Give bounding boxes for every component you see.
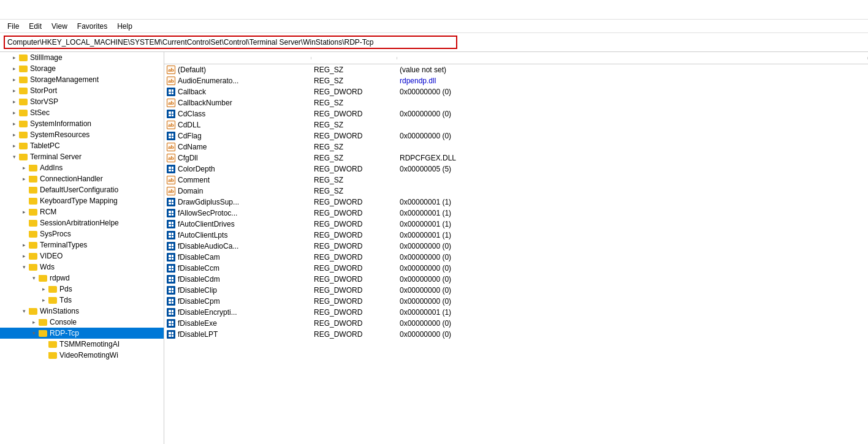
expand-arrow[interactable]: ▸ <box>10 110 18 116</box>
expand-arrow[interactable]: ▸ <box>10 55 18 61</box>
expand-arrow[interactable]: ▸ <box>20 165 28 171</box>
tree-item-kbdmapping[interactable]: KeyboardType Mapping <box>0 195 164 206</box>
expand-arrow[interactable]: ▸ <box>10 99 18 105</box>
tree-item-sysres[interactable]: ▸SystemResources <box>0 129 164 140</box>
tree-item-sessionarb[interactable]: SessionArbitrationHelpe <box>0 217 164 228</box>
expand-arrow[interactable]: ▾ <box>10 154 18 160</box>
expand-arrow[interactable]: ▾ <box>20 264 28 270</box>
value-row[interactable]: fAllowSecProtoc...REG_DWORD0x00000001 (1… <box>164 208 868 219</box>
menu-item-file[interactable]: File <box>2 21 24 32</box>
folder-shape <box>19 121 28 127</box>
value-row[interactable]: ColorDepthREG_DWORD0x00000005 (5) <box>164 164 868 175</box>
expand-arrow[interactable]: ▸ <box>10 66 18 72</box>
menu-item-view[interactable]: View <box>47 21 72 32</box>
expand-arrow[interactable]: ▸ <box>29 319 38 325</box>
value-row[interactable]: abCommentREG_SZ <box>164 175 868 186</box>
tree-item-winstations[interactable]: ▾WinStations <box>0 306 164 317</box>
expand-arrow[interactable]: ▸ <box>20 242 28 248</box>
expand-arrow[interactable]: ▸ <box>39 297 48 303</box>
tree-item-storage[interactable]: ▸Storage <box>0 63 164 74</box>
value-row[interactable]: fDisableCpmREG_DWORD0x00000000 (0) <box>164 296 868 307</box>
tree-item-video[interactable]: ▸VIDEO <box>0 250 164 262</box>
value-name: fAllowSecProtoc... <box>178 209 237 217</box>
tree-item-label: VIDEO <box>40 252 63 260</box>
value-row[interactable]: abCdDLLREG_SZ <box>164 119 868 130</box>
expand-arrow[interactable]: ▸ <box>20 176 28 182</box>
value-row[interactable]: abDomainREG_SZ <box>164 186 868 197</box>
tree-item-pds[interactable]: ▸Pds <box>0 284 164 295</box>
sz-icon: ab <box>167 99 175 107</box>
expand-arrow[interactable]: ▾ <box>29 275 38 281</box>
tree-item-storagemgmt[interactable]: ▸StorageManagement <box>0 74 164 85</box>
value-type: REG_DWORD <box>311 274 397 284</box>
tree-item-label: WinStations <box>40 307 79 315</box>
tree-item-console[interactable]: ▸Console <box>0 317 164 328</box>
expand-arrow[interactable]: ▸ <box>10 88 18 94</box>
tree-item-stsec[interactable]: ▸StSec <box>0 107 164 118</box>
folder-shape <box>48 297 57 304</box>
tree-item-rcm[interactable]: ▸RCM <box>0 206 164 217</box>
tree-item-tds[interactable]: ▸Tds <box>0 295 164 306</box>
value-row[interactable]: abCdNameREG_SZ <box>164 141 868 152</box>
expand-arrow[interactable]: ▸ <box>10 143 18 149</box>
value-row[interactable]: fDisableAudioCa...REG_DWORD0x00000000 (0… <box>164 241 868 252</box>
value-row[interactable]: fDisableLPTREG_DWORD0x00000000 (0) <box>164 329 868 340</box>
tree-item-stillimage[interactable]: ▸StillImage <box>0 52 164 63</box>
tree-item-connhandler[interactable]: ▸ConnectionHandler <box>0 173 164 184</box>
menu-item-favorites[interactable]: Favorites <box>72 21 112 32</box>
menu-item-help[interactable]: Help <box>112 21 137 32</box>
tree-item-termserver[interactable]: ▾Terminal Server <box>0 151 164 162</box>
value-row[interactable]: CallbackREG_DWORD0x00000000 (0) <box>164 86 868 97</box>
expand-arrow[interactable]: ▸ <box>10 121 18 127</box>
value-row[interactable]: CdClassREG_DWORD0x00000000 (0) <box>164 108 868 119</box>
tree-item-addins[interactable]: ▸AddIns <box>0 162 164 173</box>
dword-icon <box>167 209 175 217</box>
value-name-cell: fAllowSecProtoc... <box>164 208 311 218</box>
tree-item-sysinfo[interactable]: ▸SystemInformation <box>0 118 164 129</box>
folder-shape <box>19 88 28 94</box>
tree-item-sysprocs[interactable]: SysProcs <box>0 228 164 239</box>
expand-arrow[interactable]: ▸ <box>20 209 28 215</box>
tree-item-termtypes[interactable]: ▸TerminalTypes <box>0 239 164 250</box>
tree-item-tabletpc[interactable]: ▸TabletPC <box>0 140 164 151</box>
value-row[interactable]: fAutoClientLptsREG_DWORD0x00000001 (1) <box>164 230 868 241</box>
expand-arrow[interactable]: ▸ <box>10 132 18 138</box>
value-row[interactable]: fDisableCamREG_DWORD0x00000000 (0) <box>164 252 868 263</box>
folder-icon <box>48 285 58 293</box>
tree-item-videoremotin[interactable]: VideoRemotingWi <box>0 350 164 361</box>
value-row[interactable]: abCfgDllREG_SZRDPCFGEX.DLL <box>164 152 868 164</box>
value-row[interactable]: fDisableExeREG_DWORD0x00000000 (0) <box>164 318 868 329</box>
tree-item-rdpwd[interactable]: ▾rdpwd <box>0 273 164 284</box>
tree-item-storvsp[interactable]: ▸StorVSP <box>0 96 164 107</box>
value-data: 0x00000000 (0) <box>397 274 868 284</box>
value-row[interactable]: ab(Default)REG_SZ(value not set) <box>164 64 868 75</box>
value-row[interactable]: fDisableCdmREG_DWORD0x00000000 (0) <box>164 274 868 285</box>
value-row[interactable]: fAutoClientDrivesREG_DWORD0x00000001 (1) <box>164 219 868 230</box>
menu-item-edit[interactable]: Edit <box>24 21 47 32</box>
expand-arrow[interactable]: ▸ <box>10 77 18 83</box>
value-row[interactable]: abAudioEnumerato...REG_SZrdpendp.dll <box>164 75 868 86</box>
tree-item-wds[interactable]: ▾Wds <box>0 262 164 273</box>
sz-icon: ab <box>167 154 175 162</box>
expand-arrow[interactable]: ▸ <box>39 286 48 292</box>
expand-arrow[interactable]: ▾ <box>29 330 38 336</box>
expand-arrow[interactable]: ▸ <box>20 253 28 259</box>
tree-item-storport[interactable]: ▸StorPort <box>0 85 164 96</box>
expand-arrow[interactable]: ▾ <box>20 308 28 314</box>
dword-icon <box>167 231 175 239</box>
tree-item-rdptcp[interactable]: ▾RDP-Tcp <box>0 328 164 339</box>
minimize-button[interactable] <box>779 0 807 20</box>
value-row[interactable]: DrawGdiplusSup...REG_DWORD0x00000001 (1) <box>164 197 868 208</box>
tree-item-tsmmremoting[interactable]: TSMMRemotingAI <box>0 339 164 350</box>
value-name: CdDLL <box>178 121 200 129</box>
tree-item-defaultuser[interactable]: DefaultUserConfiguratio <box>0 184 164 195</box>
maximize-button[interactable] <box>807 0 835 20</box>
value-row[interactable]: fDisableCcmREG_DWORD0x00000000 (0) <box>164 263 868 274</box>
value-row[interactable]: abCallbackNumberREG_SZ <box>164 97 868 108</box>
value-name-cell: abCdName <box>164 142 311 152</box>
address-input[interactable] <box>4 36 457 49</box>
value-row[interactable]: fDisableClipREG_DWORD0x00000000 (0) <box>164 285 868 296</box>
value-row[interactable]: fDisableEncrypti...REG_DWORD0x00000001 (… <box>164 307 868 318</box>
value-row[interactable]: CdFlagREG_DWORD0x00000000 (0) <box>164 130 868 141</box>
close-button[interactable] <box>835 0 863 20</box>
